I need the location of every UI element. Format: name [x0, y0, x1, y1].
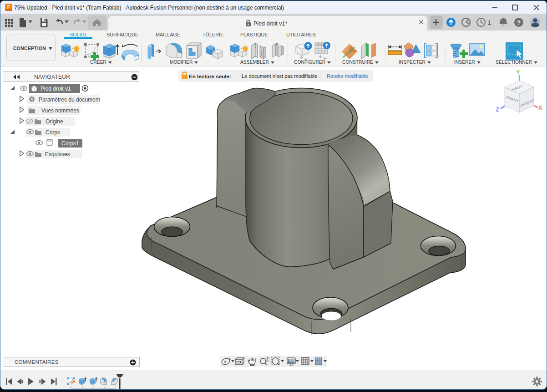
svg-text:Origine: Origine [46, 118, 63, 125]
svg-text:Paramètres du document: Paramètres du document [39, 97, 100, 103]
svg-text:X: X [538, 104, 542, 111]
svg-text:Z: Z [496, 106, 499, 113]
svg-text:Esquisses: Esquisses [45, 151, 70, 158]
svg-text:Corps: Corps [46, 129, 60, 136]
svg-text:1: 1 [488, 19, 491, 26]
svg-text:F: F [7, 5, 10, 10]
svg-text:Vues nommées: Vues nommées [41, 107, 79, 114]
svg-text:Pied droit v1: Pied droit v1 [41, 86, 71, 92]
svg-text:Pied droit v1*: Pied droit v1* [253, 20, 287, 27]
svg-text:?: ? [517, 19, 521, 26]
svg-text:Y: Y [516, 69, 520, 76]
svg-text:Corps1: Corps1 [61, 140, 79, 147]
